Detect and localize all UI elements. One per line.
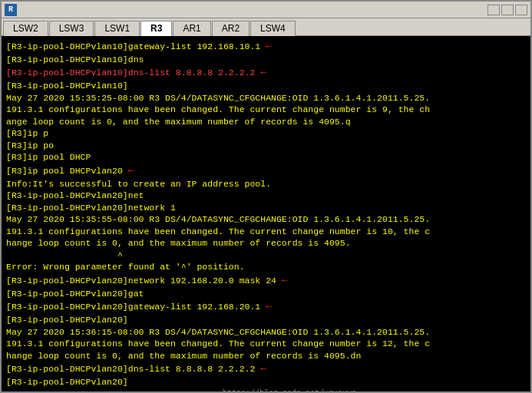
title-bar-controls [487,5,527,15]
terminal-line: [R3-ip-pool-DHCPvlan20]gat [6,288,526,300]
restore-button[interactable] [501,5,514,15]
terminal-line: [R3-ip-pool-DHCPvlan20]network 1 [6,202,526,214]
terminal-line: ^ [6,249,526,262]
terminal-line: [R3]ip pool DHCP [6,151,526,163]
terminal-line: Error: Wrong parameter found at '^' posi… [6,261,526,273]
terminal-output[interactable]: [R3-ip-pool-DHCPvlan10]gateway-list 192.… [2,36,530,391]
watermark: https://blog.csdn.net/ycycyyc [6,388,526,391]
terminal-line: [R3-ip-pool-DHCPvlan20]net [6,190,526,202]
tab-lsw4[interactable]: LSW4 [250,21,296,36]
terminal-line: Info:It's successful to create an IP add… [6,178,526,190]
terminal-line: [R3-ip-pool-DHCPvlan10]dns [6,54,526,66]
terminal-line: [R3]ip p [6,127,526,140]
tab-ar2[interactable]: AR2 [212,21,249,36]
terminal-line: [R3-ip-pool-DHCPvlan10]gateway-list 192.… [6,39,526,54]
terminal-line: [R3-ip-pool-DHCPvlan20]network 192.168.2… [6,273,526,288]
window-icon: R [5,4,17,16]
terminal-line: 191.3.1 configurations have been changed… [6,226,526,238]
tab-lsw1[interactable]: LSW1 [94,21,140,36]
terminal-line: 191.3.1 configurations have been changed… [6,338,526,350]
terminal-line: [R3]ip po [6,140,526,152]
terminal-line: [R3]ip pool DHCPvlan20 ← [6,163,526,178]
terminal-line: [R3-ip-pool-DHCPvlan20] [6,314,526,326]
terminal-line: [R3-ip-pool-DHCPvlan10] [6,80,526,92]
title-bar-left: R [5,4,20,16]
terminal-line: hange loop count is 0, and the maximum n… [6,237,526,249]
terminal-line: [R3-ip-pool-DHCPvlan20] [6,376,526,388]
tab-lsw2[interactable]: LSW2 [3,21,48,36]
close-button[interactable] [515,5,527,15]
terminal-line: 191.3.1 configurations have been changed… [6,104,526,116]
terminal-line: hange loop count is 0, and the maximum n… [6,350,526,362]
terminal-line: [R3-ip-pool-DHCPvlan20]dns-list 8.8.8.8 … [6,362,526,376]
terminal-line: May 27 2020 15:35:25-08:00 R3 DS/4/DATAS… [6,92,526,104]
tab-r3[interactable]: R3 [140,21,172,36]
tab-lsw3[interactable]: LSW3 [49,21,94,36]
title-bar: R [2,2,530,18]
minimize-button[interactable] [487,5,500,15]
tab-ar1[interactable]: AR1 [173,21,210,36]
tab-bar: LSW2LSW3LSW1R3AR1AR2LSW4 [2,18,530,36]
terminal-line: May 27 2020 15:35:55-08:00 R3 DS/4/DATAS… [6,213,526,226]
terminal-line: [R3-ip-pool-DHCPvlan20]gateway-list 192.… [6,299,526,314]
terminal-line: [R3-ip-pool-DHCPvlan10]dns-list 8.8.8.8 … [6,65,526,80]
terminal-line: May 27 2020 15:36:15-08:00 R3 DS/4/DATAS… [6,326,526,339]
terminal-line: ange loop count is 0, and the maximum nu… [6,116,526,128]
main-window: R LSW2LSW3LSW1R3AR1AR2LSW4 [R3-ip-pool-D… [0,0,532,393]
